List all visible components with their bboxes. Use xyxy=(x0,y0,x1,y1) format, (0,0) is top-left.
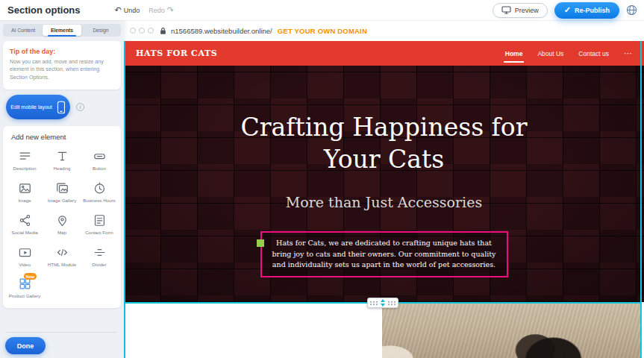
lock-icon xyxy=(160,27,166,35)
section-boundary-line[interactable] xyxy=(124,302,642,304)
done-button[interactable]: Done xyxy=(5,337,46,354)
hero-content: Crafting Happiness for Your Cats More th… xyxy=(124,66,644,277)
image-gallery-icon xyxy=(55,181,69,195)
site-url[interactable]: n1566589.websitebuilder.online/ xyxy=(171,27,272,35)
html-module-icon xyxy=(55,245,69,260)
hero-text-box[interactable]: Hats for Cats, we are dedicated to craft… xyxy=(260,231,508,277)
hero-section[interactable]: Crafting Happiness for Your Cats More th… xyxy=(124,66,644,302)
republish-label: Re-Publish xyxy=(575,7,610,14)
section-resize-handle[interactable] xyxy=(367,298,398,308)
hero-title[interactable]: Crafting Happiness for Your Cats xyxy=(228,112,541,176)
history-controls: ↶ Undo Redo ↷ xyxy=(115,6,174,14)
site-nav: Home About Us Contact us ⋯ xyxy=(505,48,632,58)
resize-arrows-icon xyxy=(381,299,385,307)
add-new-element-card: Add new element Description Heading Butt… xyxy=(3,126,121,308)
check-icon: ✓ xyxy=(564,6,571,14)
window-dot xyxy=(148,28,154,34)
undo-button[interactable]: ↶ Undo xyxy=(115,6,140,14)
edit-mobile-layout-label: Edit mobile layout xyxy=(10,104,51,110)
hero-paragraph: Hats for Cats, we are dedicated to craft… xyxy=(272,239,496,268)
tip-body: Now you can add, move and resize any ele… xyxy=(10,58,114,81)
info-icon[interactable]: i xyxy=(76,103,84,111)
element-description[interactable]: Description xyxy=(6,149,43,172)
tab-ai-content[interactable]: AI Content xyxy=(4,25,43,36)
nav-item-about-us[interactable]: About Us xyxy=(537,50,563,57)
video-icon xyxy=(18,245,32,260)
selection-border-right xyxy=(640,41,642,358)
window-dot xyxy=(130,28,136,34)
selection-border-left xyxy=(124,41,125,358)
preview-button[interactable]: Preview xyxy=(493,3,548,18)
nav-item-contact-us[interactable]: Contact us xyxy=(578,50,609,57)
cat-photo-section[interactable] xyxy=(382,304,642,358)
divider-icon xyxy=(93,245,107,260)
element-divider[interactable]: Divider xyxy=(81,245,118,268)
site-header[interactable]: HATS FOR CATS Home About Us Contact us ⋯ xyxy=(124,41,644,66)
element-grid: Description Heading Button Image Image G… xyxy=(6,149,118,299)
sidebar-tabs: AI Content Elements Design xyxy=(3,24,121,37)
element-contact-form[interactable]: Contact Form xyxy=(81,213,118,236)
monitor-icon xyxy=(501,6,511,14)
element-social-media[interactable]: Social Media xyxy=(6,213,43,236)
tab-design[interactable]: Design xyxy=(81,25,120,36)
sidebar-panel: AI Content Elements Design Tip of the da… xyxy=(0,20,124,358)
tip-title: Tip of the day: xyxy=(10,48,114,55)
contact-form-icon xyxy=(93,213,107,227)
element-html-module[interactable]: HTML Module xyxy=(43,245,81,268)
window-controls xyxy=(130,28,154,34)
element-map[interactable]: Map xyxy=(43,213,81,236)
description-icon xyxy=(18,149,32,163)
nav-more-icon[interactable]: ⋯ xyxy=(624,48,632,58)
undo-label: Undo xyxy=(124,7,140,14)
site-preview-area: n1566589.websitebuilder.online/ GET YOUR… xyxy=(124,20,644,358)
nav-item-home[interactable]: Home xyxy=(505,50,523,57)
element-business-hours[interactable]: Business Hours xyxy=(81,181,118,204)
element-image-gallery[interactable]: Image Gallery xyxy=(43,181,81,204)
sidebar-divider xyxy=(6,332,116,333)
image-icon xyxy=(18,181,32,195)
social-media-icon xyxy=(18,213,32,227)
map-icon xyxy=(55,213,69,227)
redo-label: Redo xyxy=(149,7,165,14)
tab-elements[interactable]: Elements xyxy=(43,25,81,36)
drag-dots-icon xyxy=(387,301,396,306)
top-toolbar: Section options ↶ Undo Redo ↷ Preview ✓ … xyxy=(0,0,644,20)
tip-of-the-day-card: Tip of the day: Now you can add, move an… xyxy=(3,41,121,90)
button-icon xyxy=(93,149,107,163)
element-button[interactable]: Button xyxy=(81,149,118,172)
resize-handle-green[interactable] xyxy=(257,239,264,247)
element-heading[interactable]: Heading xyxy=(43,149,81,172)
hero-subtitle[interactable]: More than Just Accessories xyxy=(124,194,644,210)
business-hours-icon xyxy=(93,181,107,195)
phone-icon xyxy=(57,101,66,114)
mobile-layout-row: Edit mobile layout i xyxy=(6,95,124,119)
site-logo[interactable]: HATS FOR CATS xyxy=(136,48,217,58)
edit-mobile-layout-button[interactable]: Edit mobile layout xyxy=(6,95,70,119)
globe-icon[interactable] xyxy=(626,4,637,16)
republish-button[interactable]: ✓ Re-Publish xyxy=(554,2,619,19)
drag-dots-icon xyxy=(369,301,378,306)
app-window: Section options ↶ Undo Redo ↷ Preview ✓ … xyxy=(0,0,644,358)
element-video[interactable]: Video xyxy=(6,245,43,268)
toolbar-actions: Preview ✓ Re-Publish xyxy=(493,2,637,19)
heading-icon xyxy=(55,149,69,163)
preview-label: Preview xyxy=(515,7,539,14)
redo-icon: ↷ xyxy=(167,6,174,14)
browser-chrome: n1566589.websitebuilder.online/ GET YOUR… xyxy=(124,20,644,41)
redo-button[interactable]: Redo ↷ xyxy=(149,6,174,14)
element-product-gallery[interactable]: New Product Gallery xyxy=(6,277,43,299)
window-dot xyxy=(139,28,145,34)
undo-icon: ↶ xyxy=(115,6,122,14)
page-title: Section options xyxy=(7,4,81,16)
add-new-element-title: Add new element xyxy=(11,133,118,141)
get-domain-link[interactable]: GET YOUR OWN DOMAIN xyxy=(278,27,367,35)
element-image[interactable]: Image xyxy=(6,181,43,204)
new-badge: New xyxy=(24,273,37,280)
